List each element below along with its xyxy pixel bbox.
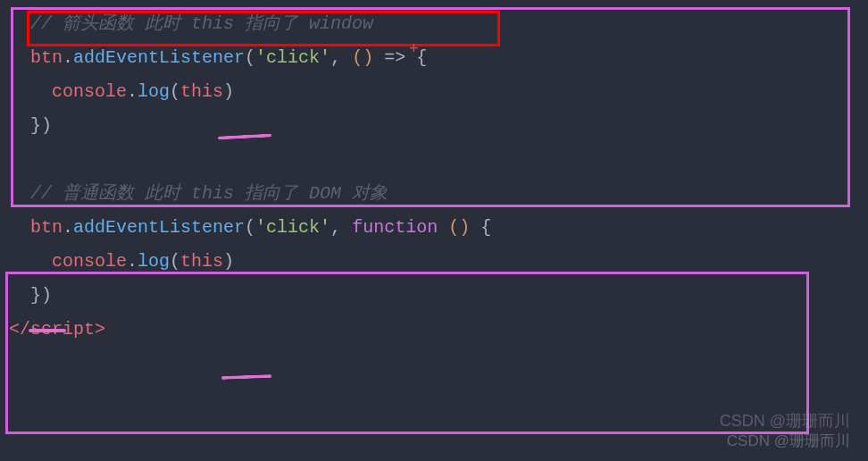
code-line-10: </script> (9, 313, 859, 347)
closing-script-tag: </script> (9, 319, 105, 339)
code-line-8: console.log(this) (9, 245, 859, 279)
identifier-btn: btn (30, 217, 63, 238)
method-log: log (138, 81, 170, 102)
code-line-1: // 箭头函数 此时 this 指向了 window (9, 7, 859, 41)
code-line-3: console.log(this) (9, 75, 859, 109)
method-log: log (138, 251, 170, 272)
string-click: 'click' (255, 47, 330, 68)
keyword-this: this (180, 251, 223, 272)
arrow-token: => (373, 47, 416, 68)
method-addEventListener: addEventListener (73, 217, 245, 238)
underline-this-2 (221, 374, 271, 380)
string-click: 'click' (255, 217, 330, 238)
identifier-btn: btn (30, 47, 63, 68)
identifier-console: console (52, 251, 127, 272)
comment-arrow-fn: // 箭头函数 此时 this 指向了 window (30, 13, 373, 34)
keyword-this: this (180, 81, 223, 102)
watermark-text-2: CSDN @珊珊而川 (727, 427, 850, 456)
code-line-9: }) (9, 279, 859, 313)
code-line-7: btn.addEventListener('click', function (… (9, 211, 859, 245)
code-line-2: btn.addEventListener('click', () => { (9, 41, 859, 75)
keyword-function: function (352, 217, 448, 238)
method-addEventListener: addEventListener (73, 47, 245, 68)
code-line-4: }) (9, 109, 859, 143)
blank-line (9, 143, 859, 177)
arrow-params: () (352, 47, 373, 68)
identifier-console: console (52, 81, 127, 102)
code-line-6: // 普通函数 此时 this 指向了 DOM 对象 (9, 177, 859, 211)
comment-normal-fn: // 普通函数 此时 this 指向了 DOM 对象 (30, 183, 388, 204)
